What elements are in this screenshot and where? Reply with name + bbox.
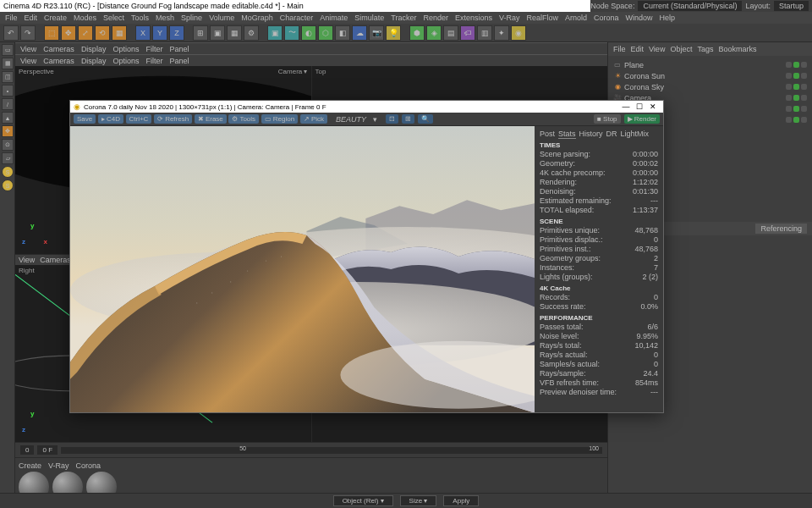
render-maximize-button[interactable]: ☐ <box>633 102 646 111</box>
object-corona-sky[interactable]: ◉Corona Sky <box>613 81 807 92</box>
zoom-fit-button[interactable]: ⊡ <box>386 114 398 124</box>
menu-window[interactable]: Window <box>626 14 653 22</box>
rw-tab-post[interactable]: Post <box>540 130 555 139</box>
camera-button[interactable]: 📷 <box>369 25 384 41</box>
object-plane[interactable]: ▭Plane <box>613 59 807 70</box>
workplane-button[interactable]: ▱ <box>2 152 14 164</box>
objmenu-tags[interactable]: Tags <box>697 45 713 53</box>
substance-icon[interactable]: S <box>2 166 14 178</box>
render-image[interactable] <box>70 126 535 412</box>
menu-realflow[interactable]: RealFlow <box>527 14 559 22</box>
viewmenu-cameras[interactable]: Cameras <box>40 256 71 264</box>
rw-erase-button[interactable]: ✖ Erase <box>195 114 227 124</box>
axis-x-button[interactable]: X <box>135 25 151 41</box>
rw-tab-stats[interactable]: Stats <box>558 130 576 139</box>
substance-icon-2[interactable]: S <box>2 179 14 191</box>
rw-region-button[interactable]: ▭ Region <box>261 114 299 124</box>
menu-help[interactable]: Help <box>660 14 676 22</box>
menu-modes[interactable]: Modes <box>74 14 96 22</box>
referencing-tab[interactable]: Referencing <box>755 224 807 234</box>
menu-tracker[interactable]: Tracker <box>391 14 416 22</box>
objmenu-bookmarks[interactable]: Bookmarks <box>718 45 756 53</box>
objmenu-edit[interactable]: Edit <box>631 45 645 53</box>
object-corona-sun[interactable]: ☀Corona Sun <box>613 70 807 81</box>
tag-button[interactable]: 🏷 <box>460 25 475 41</box>
rw-refresh-button[interactable]: ⟳ Refresh <box>154 114 192 124</box>
rw-c4d-button[interactable]: ▸ C4D <box>98 114 123 124</box>
uv-mode-button[interactable]: ◫ <box>2 71 14 83</box>
render-button[interactable]: ▣ <box>210 25 225 41</box>
model-mode-button[interactable]: ▭ <box>2 44 14 56</box>
render-start-button[interactable]: ▶ Render <box>624 114 660 124</box>
viewmenu-view[interactable]: View <box>20 57 36 65</box>
polygon-mode-button[interactable]: ▲ <box>2 112 14 124</box>
timeline-start[interactable]: 0 <box>20 445 34 455</box>
menu-corona[interactable]: Corona <box>594 14 619 22</box>
rw-tab-dr[interactable]: DR <box>606 130 617 139</box>
point-mode-button[interactable]: • <box>2 85 14 97</box>
redo-button[interactable]: ↷ <box>20 25 36 41</box>
timeline[interactable]: 0 0 F 50 100 <box>15 442 607 457</box>
generator-button[interactable]: ⬡ <box>318 25 333 41</box>
mattab-v-ray[interactable]: V-Ray <box>48 461 69 470</box>
stop-button[interactable]: ■ Stop <box>594 114 621 124</box>
volume-button[interactable]: ▥ <box>477 25 492 41</box>
viewmenu-filter[interactable]: Filter <box>145 45 162 53</box>
objmenu-object[interactable]: Object <box>670 45 692 53</box>
viewmenu-panel[interactable]: Panel <box>169 45 189 53</box>
viewmenu-cameras[interactable]: Cameras <box>43 57 74 65</box>
texture-mode-button[interactable]: ▦ <box>2 58 14 69</box>
menu-volume[interactable]: Volume <box>209 14 234 22</box>
axis-y-button[interactable]: Y <box>152 25 167 41</box>
menu-animate[interactable]: Animate <box>320 14 348 22</box>
environment-button[interactable]: ☁ <box>352 25 367 41</box>
select-tool[interactable]: ⬚ <box>44 25 59 41</box>
objmenu-view[interactable]: View <box>649 45 665 53</box>
axis-mode-button[interactable]: ✥ <box>2 125 14 137</box>
viewmenu-display[interactable]: Display <box>81 57 107 65</box>
undo-button[interactable]: ↶ <box>3 25 19 41</box>
viewmenu-cameras[interactable]: Cameras <box>43 45 74 53</box>
rw-tab-history[interactable]: History <box>579 130 603 139</box>
layout-dropdown[interactable]: Startup <box>774 1 809 11</box>
viewmenu-view[interactable]: View <box>19 256 35 264</box>
menu-file[interactable]: File <box>5 14 18 22</box>
field-button[interactable]: ▤ <box>443 25 458 41</box>
mattab-corona[interactable]: Corona <box>76 461 102 470</box>
viewport-camera-dropdown[interactable]: Camera ▾ <box>278 68 308 75</box>
rw-tools-button[interactable]: ⚙ Tools <box>228 114 259 124</box>
menu-edit[interactable]: Edit <box>25 14 38 22</box>
channel-dropdown[interactable]: BEAUTY <box>336 115 366 124</box>
misc-button[interactable]: ✦ <box>494 25 509 41</box>
tool-button[interactable]: ▦ <box>112 25 127 41</box>
rw-pick-button[interactable]: ↗ Pick <box>300 114 327 124</box>
menu-tools[interactable]: Tools <box>131 14 149 22</box>
cube-primitive-button[interactable]: ▣ <box>267 25 283 41</box>
menu-arnold[interactable]: Arnold <box>565 14 587 22</box>
viewmenu-view[interactable]: View <box>20 45 36 53</box>
viewmenu-options[interactable]: Options <box>112 57 139 65</box>
render-minimize-button[interactable]: — <box>619 102 633 111</box>
viewmenu-panel[interactable]: Panel <box>169 57 189 65</box>
rotate-tool[interactable]: ⟲ <box>95 25 110 41</box>
viewmenu-filter[interactable]: Filter <box>145 57 162 65</box>
scale-tool[interactable]: ⤢ <box>78 25 93 41</box>
spline-button[interactable]: 〜 <box>284 25 299 41</box>
size-dropdown[interactable]: Size ▾ <box>400 495 437 506</box>
nurbs-button[interactable]: ◐ <box>301 25 316 41</box>
move-tool[interactable]: ✥ <box>61 25 76 41</box>
mattab-create[interactable]: Create <box>19 461 41 470</box>
edge-mode-button[interactable]: / <box>2 98 14 110</box>
menu-simulate[interactable]: Simulate <box>354 14 384 22</box>
snap-button[interactable]: ⊙ <box>2 139 14 151</box>
rw-ctrlc-button[interactable]: Ctrl+C <box>126 114 152 124</box>
render-settings-button[interactable]: ⚙ <box>244 25 259 41</box>
viewmenu-options[interactable]: Options <box>112 45 139 53</box>
coord-button[interactable]: ⊞ <box>193 25 208 41</box>
menu-extensions[interactable]: Extensions <box>455 14 492 22</box>
menu-mograph[interactable]: MoGraph <box>241 14 273 22</box>
menu-render[interactable]: Render <box>423 14 448 22</box>
nodespace-dropdown[interactable]: Current (Standard/Physical) <box>638 1 742 11</box>
menu-character[interactable]: Character <box>280 14 314 22</box>
zoom-button[interactable]: 🔍 <box>418 114 433 124</box>
